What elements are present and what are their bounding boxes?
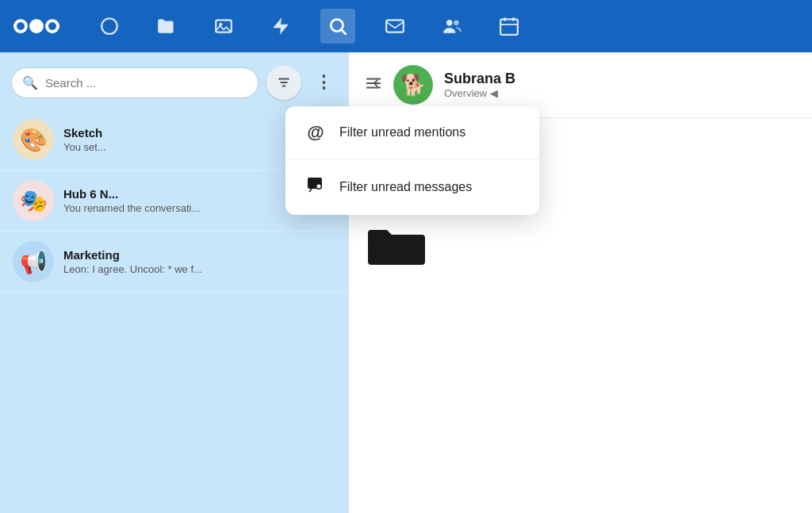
svg-rect-13 [500, 19, 518, 35]
nextcloud-logo[interactable] [13, 12, 60, 40]
filter-mentions-item[interactable]: @ Filter unread mentions [285, 106, 539, 159]
folder-icon-large [365, 220, 796, 282]
activity-nav-icon[interactable] [263, 9, 298, 44]
filter-messages-item[interactable]: Filter unread messages [285, 159, 539, 215]
logo-svg [13, 12, 60, 40]
bolt-nav-icon [270, 16, 291, 36]
search-wrapper: 🔍 [11, 67, 259, 98]
right-panel-subtitle: Overview ◀ [444, 87, 796, 99]
main-area: 🔍 ⋮ 🎨 Sketch You set... [0, 52, 812, 513]
filter-dropdown-menu: @ Filter unread mentions Filter unread m… [285, 106, 539, 215]
left-panel: 🔍 ⋮ 🎨 Sketch You set... [0, 52, 349, 513]
right-panel-avatar: 🐕 [393, 65, 433, 105]
filter-messages-label: Filter unread messages [339, 180, 472, 194]
filter-mentions-label: Filter unread mentions [339, 125, 465, 140]
search-bar-area: 🔍 ⋮ [0, 52, 349, 109]
filter-icon [277, 75, 291, 90]
mail-nav-icon[interactable] [377, 9, 412, 44]
svg-point-11 [446, 20, 453, 26]
envelope-nav-icon [385, 16, 405, 36]
chat-icon [306, 175, 325, 194]
search-icon: 🔍 [22, 75, 38, 90]
contacts-nav-icon[interactable] [92, 9, 127, 44]
avatar-sketch: 🎨 [13, 119, 54, 160]
more-options-button[interactable]: ⋮ [309, 68, 338, 97]
svg-point-19 [317, 185, 321, 189]
collapse-sidebar-button[interactable] [365, 75, 382, 96]
svg-rect-10 [386, 20, 404, 32]
search-input[interactable] [11, 67, 259, 98]
conversation-item-marketing[interactable]: 📢 Marketing Leon: I agree. Uncool: * we … [0, 232, 349, 293]
svg-point-1 [29, 19, 44, 33]
right-panel-name: Subrana B [444, 71, 796, 87]
avatar-hub6: 🎭 [13, 180, 54, 221]
message-icon [304, 175, 327, 199]
contacts-people-nav-icon[interactable] [435, 9, 469, 44]
collapse-icon [365, 75, 382, 92]
right-avatar-emoji: 🐕 [400, 73, 426, 98]
folder-nav-icon [156, 16, 177, 36]
folder-svg [365, 220, 428, 271]
conv-name-marketing: Marketing [63, 248, 336, 262]
svg-line-9 [342, 30, 346, 34]
conv-text-marketing: Marketing Leon: I agree. Uncool: * we f.… [63, 248, 336, 275]
svg-point-3 [17, 22, 25, 30]
calendar-nav-icon[interactable] [492, 9, 527, 44]
search-nav-icon [327, 16, 348, 36]
circle-icon [99, 16, 120, 36]
conv-preview-marketing: Leon: I agree. Uncool: * we f... [63, 263, 336, 275]
svg-point-5 [102, 18, 117, 34]
at-icon: @ [304, 122, 327, 143]
svg-point-12 [454, 20, 459, 25]
files-nav-icon[interactable] [149, 9, 184, 44]
svg-point-7 [219, 23, 222, 26]
image-nav-icon [213, 16, 234, 36]
people-nav-icon [442, 16, 462, 36]
calendar-nav-icon-svg [499, 16, 519, 36]
avatar-marketing: 📢 [13, 241, 54, 282]
photos-nav-icon[interactable] [206, 9, 241, 44]
talk-nav-icon[interactable] [320, 9, 355, 44]
svg-point-4 [48, 22, 56, 30]
right-header-info: Subrana B Overview ◀ [444, 71, 796, 99]
filter-button[interactable] [266, 65, 301, 100]
top-nav [0, 0, 812, 52]
